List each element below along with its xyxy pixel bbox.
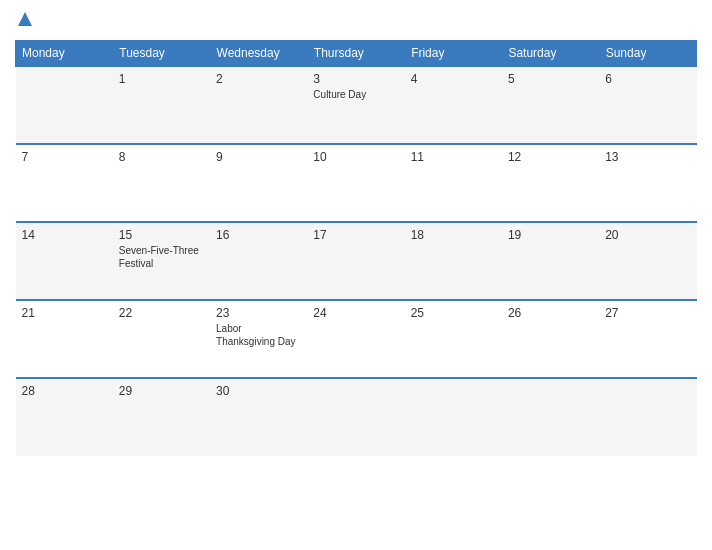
day-number: 4 <box>411 72 496 86</box>
day-number: 2 <box>216 72 301 86</box>
holiday-name: Seven-Five-ThreeFestival <box>119 244 204 270</box>
calendar-cell: 1 <box>113 66 210 144</box>
column-header-friday: Friday <box>405 41 502 67</box>
day-number: 10 <box>313 150 398 164</box>
holiday-name: Culture Day <box>313 88 398 101</box>
calendar-cell: 3Culture Day <box>307 66 404 144</box>
calendar-cell: 24 <box>307 300 404 378</box>
calendar-cell: 22 <box>113 300 210 378</box>
calendar-header <box>15 10 697 32</box>
calendar-cell: 7 <box>16 144 113 222</box>
calendar-cell: 9 <box>210 144 307 222</box>
day-number: 19 <box>508 228 593 242</box>
day-number: 1 <box>119 72 204 86</box>
calendar-cell: 2 <box>210 66 307 144</box>
calendar-cell: 10 <box>307 144 404 222</box>
calendar-cell: 12 <box>502 144 599 222</box>
day-number: 6 <box>605 72 690 86</box>
calendar-cell: 20 <box>599 222 696 300</box>
calendar-table: MondayTuesdayWednesdayThursdayFridaySatu… <box>15 40 697 456</box>
column-header-wednesday: Wednesday <box>210 41 307 67</box>
column-header-saturday: Saturday <box>502 41 599 67</box>
day-number: 8 <box>119 150 204 164</box>
calendar-cell <box>307 378 404 456</box>
calendar-cell: 19 <box>502 222 599 300</box>
calendar-cell: 28 <box>16 378 113 456</box>
day-number: 9 <box>216 150 301 164</box>
calendar-cell <box>599 378 696 456</box>
day-number: 30 <box>216 384 301 398</box>
day-number: 24 <box>313 306 398 320</box>
calendar-cell: 17 <box>307 222 404 300</box>
day-number: 28 <box>22 384 107 398</box>
calendar-header-row: MondayTuesdayWednesdayThursdayFridaySatu… <box>16 41 697 67</box>
column-header-monday: Monday <box>16 41 113 67</box>
day-number: 13 <box>605 150 690 164</box>
calendar-week-row: 78910111213 <box>16 144 697 222</box>
calendar-cell: 26 <box>502 300 599 378</box>
calendar-cell <box>405 378 502 456</box>
calendar-week-row: 1415Seven-Five-ThreeFestival1617181920 <box>16 222 697 300</box>
column-header-sunday: Sunday <box>599 41 696 67</box>
day-number: 7 <box>22 150 107 164</box>
calendar-cell: 23LaborThanksgiving Day <box>210 300 307 378</box>
day-number: 26 <box>508 306 593 320</box>
column-header-tuesday: Tuesday <box>113 41 210 67</box>
calendar-cell: 15Seven-Five-ThreeFestival <box>113 222 210 300</box>
logo-icon <box>16 10 34 28</box>
calendar-cell: 14 <box>16 222 113 300</box>
day-number: 22 <box>119 306 204 320</box>
calendar-cell: 27 <box>599 300 696 378</box>
day-number: 23 <box>216 306 301 320</box>
calendar-cell <box>16 66 113 144</box>
calendar-week-row: 123Culture Day456 <box>16 66 697 144</box>
calendar-cell: 4 <box>405 66 502 144</box>
calendar-cell: 21 <box>16 300 113 378</box>
day-number: 5 <box>508 72 593 86</box>
day-number: 25 <box>411 306 496 320</box>
calendar-cell: 8 <box>113 144 210 222</box>
calendar-cell: 30 <box>210 378 307 456</box>
calendar-page: MondayTuesdayWednesdayThursdayFridaySatu… <box>0 0 712 550</box>
day-number: 29 <box>119 384 204 398</box>
day-number: 17 <box>313 228 398 242</box>
day-number: 12 <box>508 150 593 164</box>
day-number: 16 <box>216 228 301 242</box>
logo <box>15 10 34 32</box>
day-number: 21 <box>22 306 107 320</box>
calendar-cell: 29 <box>113 378 210 456</box>
calendar-cell: 5 <box>502 66 599 144</box>
calendar-week-row: 212223LaborThanksgiving Day24252627 <box>16 300 697 378</box>
holiday-name: LaborThanksgiving Day <box>216 322 301 348</box>
day-number: 15 <box>119 228 204 242</box>
day-number: 14 <box>22 228 107 242</box>
day-number: 27 <box>605 306 690 320</box>
calendar-cell <box>502 378 599 456</box>
calendar-cell: 25 <box>405 300 502 378</box>
day-number: 20 <box>605 228 690 242</box>
calendar-cell: 11 <box>405 144 502 222</box>
day-number: 11 <box>411 150 496 164</box>
svg-marker-0 <box>18 12 32 26</box>
column-header-thursday: Thursday <box>307 41 404 67</box>
day-number: 18 <box>411 228 496 242</box>
calendar-cell: 18 <box>405 222 502 300</box>
calendar-cell: 13 <box>599 144 696 222</box>
calendar-week-row: 282930 <box>16 378 697 456</box>
calendar-cell: 16 <box>210 222 307 300</box>
day-number: 3 <box>313 72 398 86</box>
calendar-cell: 6 <box>599 66 696 144</box>
